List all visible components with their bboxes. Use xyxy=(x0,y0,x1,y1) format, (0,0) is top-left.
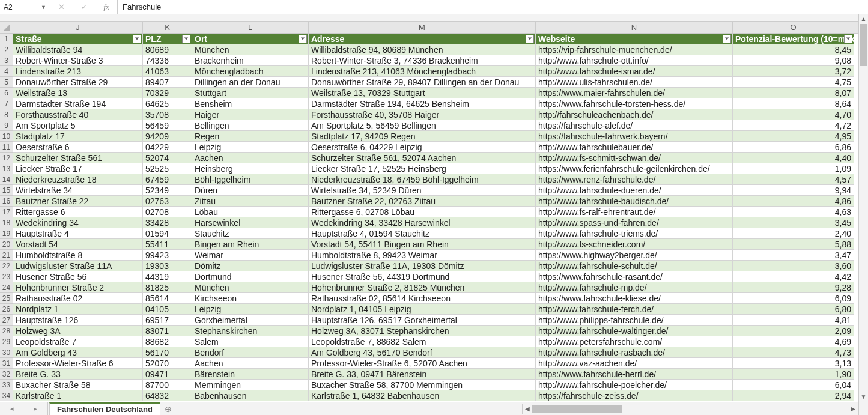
filter-dropdown-icon[interactable] xyxy=(844,35,852,43)
cell-N[interactable]: https://vip-fahrschule-muenchen.de/ xyxy=(536,44,733,55)
cell-M[interactable]: Stadtplatz 17, 94209 Regen xyxy=(309,131,536,142)
cell-M[interactable]: Wedekindring 34, 33428 Harsewinkel xyxy=(309,217,536,228)
cell-K[interactable]: 52525 xyxy=(143,163,192,174)
cell-J[interactable]: Wedekindring 34 xyxy=(13,217,143,228)
cell-O[interactable]: 8,07 xyxy=(733,88,854,98)
cell-K[interactable]: 64625 xyxy=(143,98,192,109)
cell-O[interactable]: 1,90 xyxy=(733,369,854,380)
cell-J[interactable]: Nordplatz 1 xyxy=(13,304,143,315)
col-header-M[interactable]: M xyxy=(309,22,536,33)
cell-N[interactable]: http://www.fs-ralf-ehrentraut.de/ xyxy=(536,207,733,217)
vscroll-track[interactable] xyxy=(859,24,868,392)
cell-M[interactable]: Humboldtstraße 8, 99423 Weimar xyxy=(309,250,536,261)
cell-O[interactable]: 5,88 xyxy=(733,239,854,250)
cell-J[interactable]: Leopoldstraße 7 xyxy=(13,336,143,347)
cell-K[interactable]: 99423 xyxy=(143,250,192,261)
row-header[interactable]: 5 xyxy=(0,77,13,88)
check-icon[interactable]: ✓ xyxy=(81,2,88,11)
scroll-up-icon[interactable]: ▲ xyxy=(859,14,868,24)
cell-L[interactable]: Weimar xyxy=(192,250,309,261)
cell-M[interactable]: Am Goldberg 43, 56170 Bendorf xyxy=(309,347,536,358)
cell-M[interactable]: Hauptstraße 4, 01594 Stauchitz xyxy=(309,228,536,239)
cell-L[interactable]: Salem xyxy=(192,336,309,347)
col-header-K[interactable]: K xyxy=(143,22,192,33)
cell-K[interactable]: 09471 xyxy=(143,369,192,380)
row-header[interactable]: 6 xyxy=(0,88,13,98)
cell-L[interactable]: Dortmund xyxy=(192,271,309,282)
row-header[interactable]: 13 xyxy=(0,163,13,174)
cell-N[interactable]: http://www.fs-schmitt-schwan.de/ xyxy=(536,153,733,163)
cell-J[interactable]: Wirtelstraße 34 xyxy=(13,185,143,196)
cell-L[interactable]: Regen xyxy=(192,131,309,142)
row-header[interactable]: 26 xyxy=(0,304,13,315)
tab-first-icon[interactable]: ◂ xyxy=(10,405,14,413)
cell-L[interactable]: Zittau xyxy=(192,196,309,207)
cell-N[interactable]: http://www.fahrschule-schult.de/ xyxy=(536,261,733,271)
cell-N[interactable]: http://www.fs-schneider.com/ xyxy=(536,239,733,250)
cancel-icon[interactable]: ✕ xyxy=(58,2,65,11)
cell-N[interactable]: http://www.fahrschule-ott.info/ xyxy=(536,55,733,66)
cell-M[interactable]: Rathausstraße 02, 85614 Kirchseeon xyxy=(309,293,536,304)
cell-M[interactable]: Ludwigsluster Straße 11A, 19303 Dömitz xyxy=(309,261,536,271)
cell-K[interactable]: 70329 xyxy=(143,88,192,98)
cell-M[interactable]: Wirtelstraße 34, 52349 Düren xyxy=(309,185,536,196)
cell-K[interactable]: 64832 xyxy=(143,390,192,401)
cell-J[interactable]: Vorstadt 54 xyxy=(13,239,143,250)
cell-L[interactable]: München xyxy=(192,44,309,55)
cell-J[interactable]: Donauwörther Straße 29 xyxy=(13,77,143,88)
cell-M[interactable]: Holzweg 3A, 83071 Stephanskirchen xyxy=(309,326,536,336)
cell-L[interactable]: Heinsberg xyxy=(192,163,309,174)
cell-J[interactable]: Rittergasse 6 xyxy=(13,207,143,217)
cell-L[interactable]: Bellingen xyxy=(192,120,309,131)
row-header[interactable]: 27 xyxy=(0,315,13,326)
cell-N[interactable]: http://www.ulis-fahrschulen.de/ xyxy=(536,77,733,88)
cell-N[interactable]: https://fahrschule-alef.de/ xyxy=(536,120,733,131)
cell-L[interactable]: Kirchseeon xyxy=(192,293,309,304)
cell-M[interactable]: Karlstraße 1, 64832 Babenhausen xyxy=(309,390,536,401)
cell-J[interactable]: Forsthausstraße 40 xyxy=(13,109,143,120)
cell-J[interactable]: Willibaldstraße 94 xyxy=(13,44,143,55)
row-header[interactable]: 23 xyxy=(0,271,13,282)
cell-M[interactable]: Buxacher Straße 58, 87700 Memmingen xyxy=(309,380,536,390)
cell-M[interactable]: Husener Straße 56, 44319 Dortmund xyxy=(309,271,536,282)
cell-L[interactable]: Brackenheim xyxy=(192,55,309,66)
row-header[interactable]: 28 xyxy=(0,326,13,336)
row-header[interactable]: 3 xyxy=(0,55,13,66)
cell-J[interactable]: Am Goldberg 43 xyxy=(13,347,143,358)
cell-M[interactable]: Professor-Wieler-Straße 6, 52070 Aachen xyxy=(309,358,536,369)
cell-O[interactable]: 9,28 xyxy=(733,282,854,293)
cell-M[interactable]: Vorstadt 54, 55411 Bingen am Rhein xyxy=(309,239,536,250)
cell-M[interactable]: Lindenstraße 213, 41063 Mönchengladbach xyxy=(309,66,536,77)
cell-J[interactable]: Bautzner Straße 22 xyxy=(13,196,143,207)
cell-L[interactable]: Düren xyxy=(192,185,309,196)
cell-O[interactable]: 9,94 xyxy=(733,185,854,196)
cell-K[interactable]: 44319 xyxy=(143,271,192,282)
cell-K[interactable]: 56459 xyxy=(143,120,192,131)
chevron-down-icon[interactable]: ▼ xyxy=(41,4,46,10)
cell-N[interactable]: http://www.vaz-aachen.de/ xyxy=(536,358,733,369)
cell-L[interactable]: Bärenstein xyxy=(192,369,309,380)
cell-O[interactable]: 3,47 xyxy=(733,250,854,261)
cell-M[interactable]: Leopoldstraße 7, 88682 Salem xyxy=(309,336,536,347)
scroll-right-icon[interactable]: ▶ xyxy=(848,405,858,412)
row-header[interactable]: 25 xyxy=(0,293,13,304)
cell-J[interactable]: Humboldtstraße 8 xyxy=(13,250,143,261)
fx-icon[interactable]: fx xyxy=(103,2,109,12)
cell-N[interactable]: https://www.fahrschule-kliese.de/ xyxy=(536,293,733,304)
cell-J[interactable]: Schurzelter Straße 561 xyxy=(13,153,143,163)
cell-N[interactable]: https://www.maier-fahrschulen.de/ xyxy=(536,88,733,98)
cell-K[interactable]: 02763 xyxy=(143,196,192,207)
cell-M[interactable]: Rittergasse 6, 02708 Löbau xyxy=(309,207,536,217)
cell-L[interactable]: Dillingen an der Donau xyxy=(192,77,309,88)
cell-N[interactable]: http://www.petersfahrschule.com/ xyxy=(536,336,733,347)
row-header[interactable]: 15 xyxy=(0,185,13,196)
cell-L[interactable]: Harsewinkel xyxy=(192,217,309,228)
cell-J[interactable]: Breite G. 33 xyxy=(13,369,143,380)
scroll-left-icon[interactable]: ◀ xyxy=(523,405,532,412)
select-all-triangle[interactable] xyxy=(0,22,13,33)
row-header[interactable]: 2 xyxy=(0,44,13,55)
cell-O[interactable]: 4,81 xyxy=(733,315,854,326)
cell-L[interactable]: Stuttgart xyxy=(192,88,309,98)
cell-N[interactable]: https://www.renz-fahrschule.de/ xyxy=(536,174,733,185)
row-header[interactable]: 9 xyxy=(0,120,13,131)
